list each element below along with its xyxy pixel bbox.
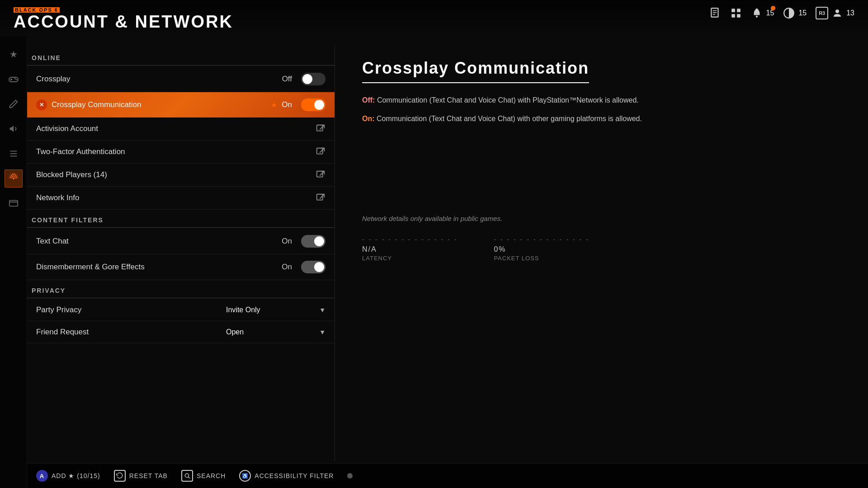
- svg-rect-22: [9, 201, 17, 206]
- moon-icon-item[interactable]: 15: [783, 7, 807, 19]
- reset-tab-label: RESET TAB: [129, 472, 168, 479]
- setting-row-party-privacy[interactable]: Party Privacy Invite Only ▼: [27, 299, 335, 321]
- on-description: Communication (Text Chat and Voice Chat)…: [377, 115, 642, 122]
- header: BLACK OPS 6 ACCOUNT & NETWORK: [0, 0, 868, 36]
- svg-point-32: [185, 474, 189, 477]
- svg-line-25: [320, 125, 324, 130]
- document-icon-item[interactable]: [709, 7, 721, 19]
- audio-icon: [9, 124, 19, 134]
- setting-row-dismemberment[interactable]: Dismemberment & Gore Effects On: [27, 254, 335, 280]
- search-action[interactable]: SEARCH: [181, 470, 226, 482]
- close-icon[interactable]: ✕: [36, 99, 47, 110]
- add-button-circle: A: [36, 470, 48, 482]
- friend-request-label: Friend Request: [36, 328, 226, 337]
- grid-icon: [730, 7, 742, 19]
- setting-row-network-info[interactable]: Network Info: [27, 187, 335, 210]
- settings-panel: ONLINE Crossplay Off ✕ Crossplay Communi…: [27, 45, 335, 461]
- setting-row-2fa[interactable]: Two-Factor Authentication: [27, 141, 335, 164]
- svg-line-33: [189, 477, 190, 479]
- setting-row-friend-request[interactable]: Friend Request Open ▼: [27, 321, 335, 343]
- off-label: Off:: [362, 96, 375, 104]
- sidebar-item-card[interactable]: [5, 194, 23, 212]
- friend-request-dropdown[interactable]: Open ▼: [226, 328, 326, 336]
- text-chat-toggle[interactable]: [301, 235, 326, 248]
- moon-count: 15: [798, 9, 807, 17]
- svg-point-16: [15, 79, 17, 80]
- setting-row-text-chat[interactable]: Text Chat On: [27, 229, 335, 254]
- sidebar-item-audio[interactable]: [5, 120, 23, 138]
- svg-line-31: [320, 194, 324, 199]
- sidebar-item-controller[interactable]: [5, 70, 23, 88]
- dismemberment-toggle-knob: [314, 262, 324, 272]
- section-title-online: ONLINE: [27, 54, 335, 66]
- latency-line: - - - - - - - - - - - - - - -: [362, 236, 458, 243]
- blocked-label: Blocked Players (14): [36, 170, 316, 179]
- packet-loss-label: PACKET LOSS: [494, 255, 589, 262]
- setting-row-blocked[interactable]: Blocked Players (14): [27, 164, 335, 187]
- crossplay-comm-label: Crossplay Communication: [52, 100, 266, 109]
- moon-icon: [783, 7, 795, 19]
- sidebar: ★: [0, 36, 27, 488]
- dismemberment-label: Dismemberment & Gore Effects: [36, 263, 282, 272]
- party-privacy-dropdown[interactable]: Invite Only ▼: [226, 306, 326, 314]
- r3-badge: R3: [816, 7, 828, 19]
- grid-icon-item[interactable]: [730, 7, 742, 19]
- blocked-external-link-icon: [316, 170, 326, 180]
- setting-row-crossplay-comm[interactable]: ✕ Crossplay Communication ★ On: [27, 92, 335, 117]
- svg-rect-5: [737, 9, 741, 12]
- svg-point-11: [835, 9, 839, 13]
- sidebar-item-network[interactable]: [5, 169, 23, 188]
- text-chat-toggle-knob: [314, 236, 324, 246]
- detail-desc-off: Off: Communication (Text Chat and Voice …: [362, 94, 841, 106]
- accessibility-action[interactable]: ♿ ACCESSIBILITY FILTER: [239, 470, 334, 482]
- svg-rect-4: [731, 9, 735, 12]
- accessibility-button-icon: ♿: [239, 470, 251, 482]
- 2fa-label: Two-Factor Authentication: [36, 147, 316, 156]
- page-title: ACCOUNT & NETWORK: [14, 13, 233, 30]
- setting-row-crossplay[interactable]: Crossplay Off: [27, 66, 335, 92]
- svg-rect-7: [737, 14, 741, 18]
- on-label: On:: [362, 115, 375, 122]
- detail-title: Crossplay Communication: [362, 59, 589, 83]
- network-icon: [8, 173, 19, 184]
- notification-icon-item[interactable]: 15: [751, 7, 774, 19]
- packet-loss-stat: - - - - - - - - - - - - - - - 0% PACKET …: [494, 236, 589, 262]
- crossplay-label: Crossplay: [36, 75, 282, 84]
- latency-label: LATENCY: [362, 255, 458, 262]
- sidebar-item-list[interactable]: [5, 145, 23, 163]
- packet-loss-line: - - - - - - - - - - - - - - -: [494, 236, 589, 243]
- svg-point-21: [13, 178, 14, 179]
- 2fa-external-link-icon: [316, 147, 326, 157]
- dismemberment-value: On: [282, 263, 292, 272]
- list-icon: [9, 149, 19, 159]
- network-stats: - - - - - - - - - - - - - - - N/A LATENC…: [362, 236, 841, 262]
- add-action[interactable]: A ADD ★ (10/15): [36, 470, 100, 482]
- search-button-icon: [181, 470, 193, 482]
- network-info-label: Network Info: [36, 193, 316, 202]
- svg-line-29: [320, 171, 324, 176]
- notification-icon: [751, 7, 763, 19]
- sidebar-item-favorites[interactable]: ★: [5, 45, 23, 63]
- search-icon: [184, 473, 190, 479]
- r3-icon-item[interactable]: R3 13: [816, 7, 854, 19]
- off-description: Communication (Text Chat and Voice Chat)…: [377, 96, 639, 104]
- crossplay-comm-toggle[interactable]: [301, 99, 326, 111]
- r3-count: 13: [846, 9, 854, 17]
- sidebar-item-pencil[interactable]: [5, 95, 23, 113]
- party-privacy-label: Party Privacy: [36, 305, 226, 314]
- section-title-privacy: PRIVACY: [27, 287, 335, 298]
- section-title-content-filters: CONTENT FILTERS: [27, 216, 335, 228]
- svg-point-15: [14, 78, 15, 80]
- activision-label: Activision Account: [36, 124, 316, 133]
- dismemberment-toggle[interactable]: [301, 261, 326, 273]
- reset-tab-action[interactable]: RESET TAB: [114, 470, 168, 482]
- crossplay-toggle[interactable]: [301, 73, 326, 85]
- crossplay-comm-toggle-knob: [314, 100, 324, 110]
- detail-desc-on: On: Communication (Text Chat and Voice C…: [362, 113, 841, 125]
- reset-icon: [116, 472, 123, 479]
- star-icon: ★: [271, 101, 277, 109]
- right-panel: Crossplay Communication Off: Communicati…: [335, 45, 868, 461]
- logo-area: BLACK OPS 6 ACCOUNT & NETWORK: [14, 6, 233, 30]
- setting-row-activision[interactable]: Activision Account: [27, 117, 335, 141]
- svg-rect-6: [731, 14, 735, 18]
